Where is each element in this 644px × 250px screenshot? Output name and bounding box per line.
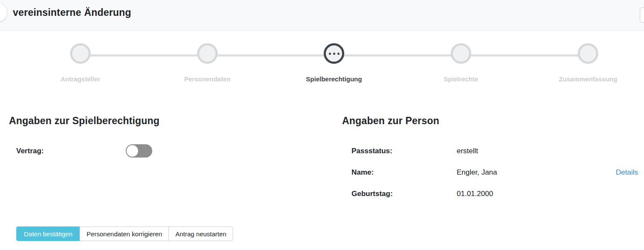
step-antragsteller[interactable]: Antragsteller	[33, 31, 127, 83]
step-label: Spielrechte	[444, 75, 479, 83]
step-spielrechte[interactable]: Spielrechte	[414, 31, 508, 83]
correct-person-data-button[interactable]: Personendaten korrigieren	[80, 226, 169, 241]
step-label: Antragsteller	[61, 75, 100, 83]
step-label: Spielberechtigung	[306, 75, 362, 83]
vertrag-toggle[interactable]	[126, 144, 152, 158]
toggle-knob	[127, 145, 138, 157]
confirm-data-button[interactable]: Daten bestätigen	[16, 226, 80, 241]
restart-application-button[interactable]: Antrag neustarten	[168, 226, 233, 241]
header-bar: vereinsinterne Änderung	[0, 0, 644, 31]
passstatus-value: erstellt	[457, 147, 478, 155]
page: vereinsinterne Änderung Antragsteller Pe…	[0, 0, 644, 250]
step-spielberechtigung[interactable]: Spielberechtigung	[287, 31, 381, 83]
action-button-group: Daten bestätigen Personendaten korrigier…	[16, 226, 233, 241]
name-value: Engler, Jana	[457, 168, 497, 177]
wizard-stepper: Antragsteller Personendaten Spielberecht…	[0, 31, 644, 95]
name-label: Name:	[352, 168, 374, 177]
step-circle	[578, 43, 598, 64]
step-label: Zusammenfassung	[559, 75, 617, 83]
step-zusammenfassung[interactable]: Zusammenfassung	[541, 31, 635, 83]
step-circle	[197, 43, 218, 64]
ellipsis-icon	[329, 53, 340, 55]
step-circle	[70, 43, 91, 64]
section-title-person: Angaben zur Person	[342, 115, 439, 127]
step-personendaten[interactable]: Personendaten	[160, 31, 254, 83]
step-label: Personendaten	[184, 75, 230, 83]
step-circle-active	[324, 43, 344, 64]
vertrag-label: Vertrag:	[16, 147, 44, 155]
page-title: vereinsinterne Änderung	[13, 7, 131, 18]
step-circle	[451, 43, 471, 64]
sidebar-toggle-partial[interactable]	[0, 3, 7, 22]
header-edge-button-partial[interactable]	[640, 7, 644, 23]
geburtstag-value: 01.01.2000	[457, 190, 493, 198]
geburtstag-label: Geburtstag:	[352, 190, 393, 198]
section-title-spielberechtigung: Angaben zur Spielberechtigung	[9, 115, 160, 127]
details-link[interactable]: Details	[616, 168, 638, 177]
passstatus-label: Passstatus:	[352, 147, 392, 155]
